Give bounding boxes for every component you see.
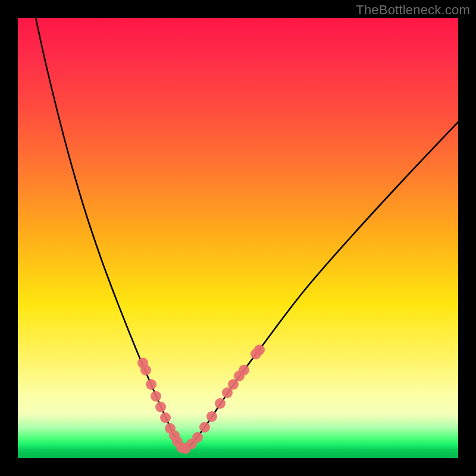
data-point [160, 412, 171, 423]
watermark-text: TheBottleneck.com [356, 2, 470, 18]
curve-layer [18, 18, 458, 458]
data-point [199, 422, 210, 433]
data-point [140, 365, 151, 375]
data-point [215, 398, 226, 409]
plot-area [18, 18, 458, 458]
data-point [155, 402, 166, 412]
data-point [206, 411, 217, 422]
data-point [192, 432, 203, 443]
data-point [146, 379, 156, 390]
data-point [254, 345, 265, 355]
data-point [151, 391, 161, 402]
data-point [239, 365, 249, 375]
frame: TheBottleneck.com [0, 0, 476, 476]
bottleneck-curve [36, 18, 458, 449]
data-points [137, 345, 265, 454]
